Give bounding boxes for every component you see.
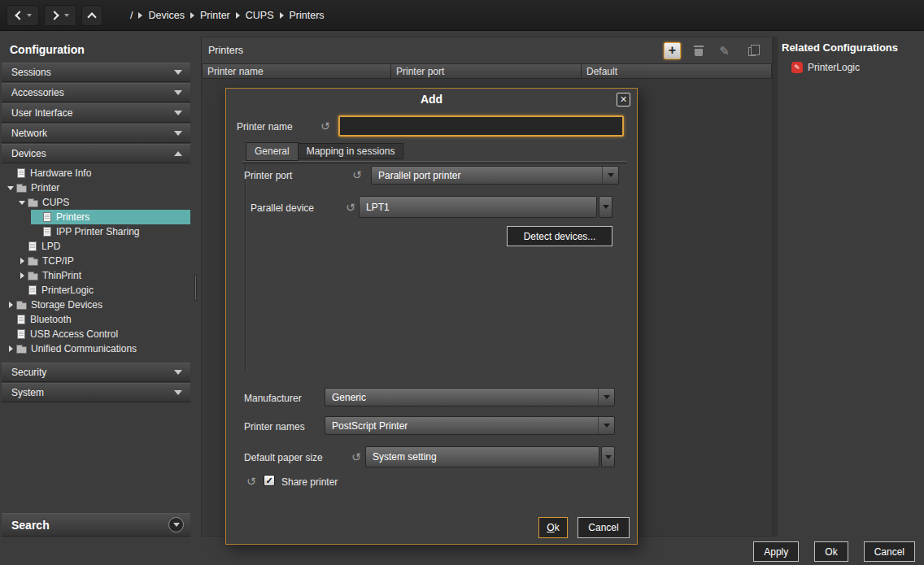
section-label: Sessions (11, 67, 51, 78)
folder-icon (16, 185, 27, 193)
file-icon (28, 285, 37, 295)
file-icon (28, 241, 37, 251)
search-section[interactable]: Search (2, 513, 190, 537)
tree-label: Printer (31, 182, 59, 193)
file-icon (17, 329, 25, 339)
reset-icon[interactable]: ↺ (320, 120, 330, 132)
breadcrumb-printer[interactable]: Printer (200, 10, 230, 21)
copy-printer-button[interactable] (742, 42, 759, 59)
edit-printer-button[interactable]: ✎ (716, 42, 733, 59)
share-printer-checkbox[interactable]: ✓ (264, 475, 275, 486)
tree-item-storage-devices[interactable]: Storage Devices (2, 298, 190, 312)
sidebar-section-sessions[interactable]: Sessions (2, 63, 190, 82)
tab-pane-edge (245, 163, 246, 371)
column-printer-name[interactable]: Printer name (202, 63, 391, 79)
add-printer-button[interactable]: + (664, 42, 681, 59)
plus-icon: + (669, 44, 676, 57)
ok-button[interactable]: Ok (814, 541, 848, 562)
dialog-close-button[interactable]: ✕ (617, 93, 630, 106)
tree-item-printerlogic[interactable]: PrinterLogic (2, 283, 190, 298)
chevron-down-icon (174, 131, 182, 136)
tree-item-ipp-printer-sharing[interactable]: IPP Printer Sharing (2, 224, 190, 239)
splitter-grip[interactable] (194, 275, 197, 301)
tree-item-tcp-ip[interactable]: TCP/IP (2, 254, 190, 268)
folder-icon (28, 259, 38, 266)
dialog-title: Add (226, 93, 637, 106)
printer-port-dropdown[interactable]: Parallel port printer (371, 166, 619, 185)
tree-item-cups[interactable]: CUPS (2, 195, 190, 210)
printer-name-input[interactable] (338, 115, 624, 137)
reset-icon[interactable]: ↺ (351, 451, 361, 463)
printer-names-dropdown[interactable]: PostScript Printer (325, 416, 615, 435)
tree-label: ThinPrint (42, 270, 81, 281)
combo-value: LPT1 (360, 202, 596, 213)
detect-devices-button[interactable]: Detect devices... (507, 226, 612, 246)
expand-open-icon[interactable] (16, 201, 28, 205)
tree-item-unified-communications[interactable]: Unified Communications (2, 341, 190, 356)
folder-icon (28, 273, 38, 280)
tree-item-lpd[interactable]: LPD (2, 239, 190, 254)
breadcrumb-separator-icon (190, 12, 194, 19)
back-button[interactable] (7, 5, 39, 26)
expand-closed-icon[interactable] (5, 302, 16, 308)
tree-item-hardware-info[interactable]: Hardware Info (2, 166, 190, 180)
dialog-cancel-button[interactable]: Cancel (578, 517, 630, 538)
related-config-printerlogic[interactable]: ✎ PrinterLogic (782, 62, 921, 73)
add-printer-dialog: Add ✕ Printer name ↺ General Mapping in … (225, 88, 638, 545)
sidebar-section-network[interactable]: Network (2, 124, 190, 143)
tree-item-thinprint[interactable]: ThinPrint (2, 268, 190, 283)
tab-general[interactable]: General (246, 142, 299, 161)
up-button[interactable] (81, 5, 102, 26)
column-printer-port[interactable]: Printer port (391, 63, 582, 79)
tree-label: CUPS (42, 197, 69, 208)
expand-open-icon[interactable] (5, 186, 16, 190)
breadcrumb-devices[interactable]: Devices (148, 10, 184, 21)
default-paper-size-dropdown-button[interactable] (601, 446, 615, 467)
sidebar-section-devices[interactable]: Devices (2, 144, 190, 163)
default-paper-size-label: Default paper size (244, 452, 323, 463)
sidebar-section-accessories[interactable]: Accessories (2, 83, 190, 102)
chevron-down-icon (598, 389, 614, 406)
tree-item-bluetooth[interactable]: Bluetooth (2, 312, 190, 327)
breadcrumb-cups[interactable]: CUPS (246, 10, 274, 21)
manufacturer-dropdown[interactable]: Generic (325, 388, 615, 406)
reset-icon[interactable]: ↺ (352, 169, 362, 180)
expand-closed-icon[interactable] (5, 346, 16, 352)
search-label: Search (11, 519, 50, 532)
expand-closed-icon[interactable] (16, 258, 28, 264)
breadcrumb-printers[interactable]: Printers (290, 10, 325, 21)
reset-icon[interactable]: ↺ (246, 476, 256, 487)
tab-mapping-in-sessions[interactable]: Mapping in sessions (299, 143, 404, 159)
tree-item-printers[interactable]: Printers (2, 210, 190, 224)
cancel-button[interactable]: Cancel (864, 541, 915, 562)
dialog-ok-button[interactable]: Ok (538, 517, 568, 538)
sidebar-section-security[interactable]: Security (2, 363, 190, 382)
default-paper-size-combo[interactable]: System setting (365, 446, 599, 467)
breadcrumb-root[interactable]: / (130, 10, 133, 21)
folder-icon (16, 346, 27, 354)
reset-icon[interactable]: ↺ (346, 202, 355, 213)
sidebar-splitter[interactable] (190, 37, 201, 537)
forward-button[interactable] (44, 5, 76, 26)
apply-button[interactable]: Apply (753, 541, 799, 562)
column-default[interactable]: Default (582, 63, 772, 79)
parallel-device-combo[interactable]: LPT1 (359, 196, 597, 218)
breadcrumb-separator-icon (236, 12, 240, 19)
modified-config-icon: ✎ (791, 62, 803, 73)
sidebar-section-user-interface[interactable]: User Interface (2, 103, 190, 123)
tree-item-printer[interactable]: Printer (2, 180, 190, 195)
search-expand-button[interactable] (168, 517, 184, 532)
expand-closed-icon[interactable] (16, 272, 28, 279)
tree-label: LPD (41, 241, 60, 252)
dropdown-value: Parallel port printer (372, 170, 602, 181)
breadcrumb-separator-icon (280, 12, 284, 19)
sidebar-section-system[interactable]: System (2, 383, 190, 402)
tree-item-usb-access-control[interactable]: USB Access Control (2, 327, 190, 341)
devices-tree: Hardware Info Printer CUPS Printers IPP … (2, 164, 190, 359)
parallel-device-dropdown-button[interactable] (599, 196, 612, 218)
right-panel-splitter[interactable] (773, 37, 778, 537)
tree-label: PrinterLogic (41, 285, 94, 296)
printers-toolbar: Printers + ✎ (202, 37, 772, 63)
delete-printer-button[interactable] (690, 42, 707, 59)
tree-label: IPP Printer Sharing (56, 226, 140, 237)
